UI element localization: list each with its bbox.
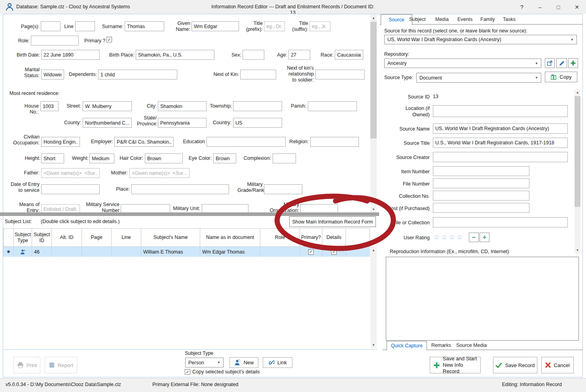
source-scroll-up-icon[interactable]: ▲ <box>575 89 580 95</box>
line-field[interactable] <box>75 21 95 31</box>
location-field[interactable] <box>433 105 568 117</box>
race-field[interactable] <box>335 50 363 60</box>
occupation-field[interactable] <box>41 137 80 147</box>
tab-media[interactable]: Media <box>431 14 453 25</box>
entry-date-field[interactable] <box>41 184 100 194</box>
pages-field[interactable] <box>41 21 61 31</box>
repository-dropdown[interactable]: Ancestry ▼ <box>384 59 541 68</box>
given-name-field[interactable] <box>192 21 239 31</box>
state-field[interactable] <box>158 118 207 128</box>
file-number-field[interactable] <box>433 178 529 188</box>
save-and-new-button[interactable]: Save and Start New Info Record <box>430 357 481 373</box>
tab-family[interactable]: Family <box>476 14 499 25</box>
rating-plus-button[interactable]: + <box>480 233 489 242</box>
save-record-button[interactable]: Save Record <box>493 357 537 373</box>
sex-label: Sex: <box>230 52 241 58</box>
kin-relationship-field[interactable] <box>315 70 365 80</box>
primary-row-checkbox[interactable]: ✓ <box>308 249 314 255</box>
star-icon[interactable]: ☆ <box>434 233 441 241</box>
close-button[interactable]: ✕ <box>568 0 586 14</box>
collection-no-field[interactable] <box>433 191 529 201</box>
tab-quick-capture[interactable]: Quick Capture <box>387 341 427 350</box>
role-field[interactable] <box>31 36 79 45</box>
township-field[interactable] <box>233 101 282 111</box>
city-field[interactable] <box>158 101 207 111</box>
source-scroll-down-icon[interactable]: ▼ <box>575 247 580 253</box>
dependents-field[interactable] <box>98 70 177 80</box>
mother-field[interactable] <box>129 168 190 178</box>
age-field[interactable] <box>288 50 310 60</box>
star-icon[interactable]: ☆ <box>449 233 457 241</box>
birth-place-field[interactable] <box>136 50 214 60</box>
cost-field[interactable] <box>433 203 529 213</box>
subject-scroll-up-icon[interactable]: ▲ <box>370 247 377 253</box>
source-select-dropdown[interactable]: US, World War I Draft Registration Cards… <box>384 35 577 44</box>
star-icon[interactable]: ☆ <box>457 233 464 241</box>
hair-color-field[interactable] <box>145 153 183 163</box>
title-prefix-field[interactable] <box>264 21 285 31</box>
open-repository-button[interactable] <box>545 58 555 68</box>
star-icon[interactable]: ☆ <box>441 233 449 241</box>
file-collection-field[interactable] <box>433 217 568 227</box>
rating-minus-button[interactable]: − <box>469 233 479 242</box>
title-suffix-field[interactable] <box>309 21 330 31</box>
link-subject-button[interactable]: Link <box>263 357 292 368</box>
report-label: Report <box>58 362 73 368</box>
parish-field[interactable] <box>308 101 357 111</box>
complexion-field[interactable] <box>273 153 296 163</box>
religion-field[interactable] <box>310 137 359 147</box>
new-subject-button[interactable]: New <box>229 357 258 368</box>
street-field[interactable] <box>83 101 132 111</box>
education-field[interactable] <box>207 137 286 147</box>
subject-scroll-down-icon[interactable]: ▼ <box>370 342 377 348</box>
subject-type-dropdown[interactable]: Person ▼ <box>185 358 224 367</box>
father-field[interactable] <box>41 168 100 178</box>
marital-status-field[interactable] <box>41 70 64 80</box>
tab-events[interactable]: Events <box>453 14 476 25</box>
employer-field[interactable] <box>114 137 174 147</box>
report-button[interactable]: Report <box>45 357 77 373</box>
eye-color-field[interactable] <box>213 153 236 163</box>
add-repository-button[interactable] <box>568 58 578 68</box>
reproduction-textarea[interactable] <box>386 257 579 341</box>
tab-source-media[interactable]: Source Media <box>452 341 491 350</box>
show-main-form-button[interactable]: Show Main Information Record Form <box>289 216 376 227</box>
source-title-field[interactable] <box>433 138 568 148</box>
maximize-button[interactable]: □ <box>549 0 567 14</box>
source-creator-field[interactable] <box>433 152 568 162</box>
copy-source-button[interactable]: Copy <box>545 72 577 82</box>
weight-field[interactable] <box>89 153 114 163</box>
print-button[interactable]: Print <box>13 357 40 373</box>
cancel-button[interactable]: Cancel <box>541 357 574 373</box>
tab-tasks[interactable]: Tasks <box>499 14 520 25</box>
tab-subject[interactable]: Subject <box>405 14 430 25</box>
form-scroll-up-icon[interactable]: ▲ <box>370 15 377 21</box>
source-type-dropdown[interactable]: Document ▼ <box>416 73 541 83</box>
tab-remarks[interactable]: Remarks <box>427 341 455 350</box>
check-icon: ✓ <box>309 250 313 254</box>
entry-place-field[interactable] <box>131 184 229 194</box>
help-button[interactable]: ? <box>513 0 531 14</box>
splitter-handle[interactable] <box>0 212 379 216</box>
primary-checkbox[interactable]: ✓ <box>106 37 112 42</box>
item-number-field[interactable] <box>433 166 529 176</box>
form-scrollbar-thumb[interactable] <box>370 22 377 138</box>
house-no-field[interactable] <box>40 101 59 111</box>
subject-scrollbar[interactable] <box>370 247 377 348</box>
copy-details-checkbox[interactable]: ✓ <box>185 369 190 375</box>
source-name-field[interactable] <box>433 123 568 134</box>
source-scrollbar-thumb[interactable] <box>575 96 580 207</box>
grade-rank-field[interactable] <box>264 184 302 194</box>
surname-field[interactable] <box>125 21 164 31</box>
birth-date-field[interactable] <box>41 50 100 60</box>
edit-repository-button[interactable] <box>556 58 567 68</box>
next-of-kin-field[interactable] <box>240 70 276 80</box>
county-field[interactable] <box>83 118 132 128</box>
form-scroll-down-icon[interactable]: ▼ <box>370 206 377 212</box>
sex-field[interactable] <box>243 50 264 60</box>
country-field[interactable] <box>233 118 282 128</box>
minimize-button[interactable]: – <box>531 0 549 14</box>
height-field[interactable] <box>41 153 64 163</box>
user-rating-stars[interactable]: ☆☆☆☆ <box>434 233 464 241</box>
details-row-checkbox[interactable]: ✓ <box>331 249 337 255</box>
